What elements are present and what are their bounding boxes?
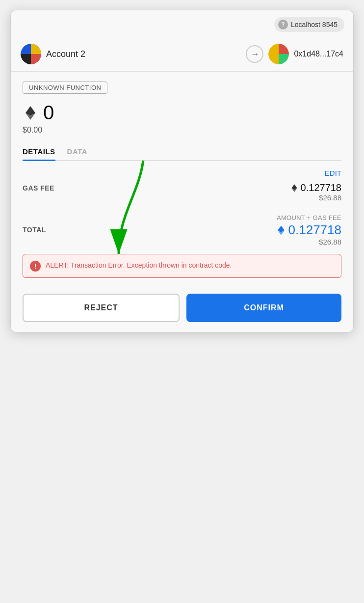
details-section: EDIT GAS FEE 0.127718 $26.88 TOTAL AMOUN… <box>11 161 353 254</box>
gas-fee-row: GAS FEE 0.127718 $26.88 <box>23 182 341 202</box>
function-badge: UNKNOWN FUNCTION <box>23 82 107 94</box>
main-content: UNKNOWN FUNCTION 0 $0.00 DETAILS DATA <box>11 72 353 161</box>
gas-fee-usd: $26.88 <box>290 193 341 202</box>
amount-gas-label: AMOUNT + GAS FEE <box>276 214 341 221</box>
bottom-buttons: REJECT CONFIRM <box>11 286 353 332</box>
tab-details[interactable]: DETAILS <box>23 143 55 161</box>
localhost-label: Localhost 8545 <box>291 21 338 28</box>
alert-box: ! ALERT: Transaction Error. Exception th… <box>23 254 341 278</box>
total-values: AMOUNT + GAS FEE 0.127718 $26.88 <box>276 214 341 246</box>
edit-link[interactable]: EDIT <box>23 169 341 177</box>
transaction-modal: ? Localhost 8545 Account 2 → 0x1d48...17… <box>10 10 354 332</box>
tab-bar: DETAILS DATA <box>23 143 341 161</box>
localhost-badge: ? Localhost 8545 <box>274 17 344 32</box>
eth-icon-total <box>276 225 286 236</box>
gas-fee-eth: 0.127718 <box>290 182 341 193</box>
reject-button[interactable]: REJECT <box>23 294 180 322</box>
from-account-name: Account 2 <box>46 49 241 59</box>
amount-row: 0 <box>23 102 341 124</box>
amount-value: 0 <box>43 102 54 124</box>
to-contract-address: 0x1d48...17c4 <box>294 50 343 58</box>
alert-icon: ! <box>30 261 41 272</box>
total-row: TOTAL AMOUNT + GAS FEE 0.127718 $26.88 <box>23 214 341 246</box>
total-usd: $26.88 <box>276 238 341 246</box>
gas-fee-label: GAS FEE <box>23 182 54 192</box>
from-account-avatar <box>21 44 41 64</box>
account-bar: Account 2 → 0x1d48...17c4 <box>11 37 353 72</box>
total-label: TOTAL <box>23 214 46 234</box>
help-icon[interactable]: ? <box>278 20 288 29</box>
total-eth: 0.127718 <box>276 222 341 238</box>
amount-usd: $0.00 <box>23 126 341 135</box>
eth-icon-large <box>23 105 38 121</box>
alert-text: ALERT: Transaction Error. Exception thro… <box>46 260 232 271</box>
to-contract-avatar <box>268 44 289 64</box>
transfer-arrow: → <box>246 45 263 63</box>
top-bar: ? Localhost 8545 <box>11 10 353 37</box>
gas-fee-values: 0.127718 $26.88 <box>290 182 341 202</box>
confirm-button[interactable]: CONFIRM <box>186 294 341 322</box>
tab-data[interactable]: DATA <box>67 143 87 161</box>
divider <box>23 208 341 208</box>
eth-icon-small <box>290 184 299 192</box>
